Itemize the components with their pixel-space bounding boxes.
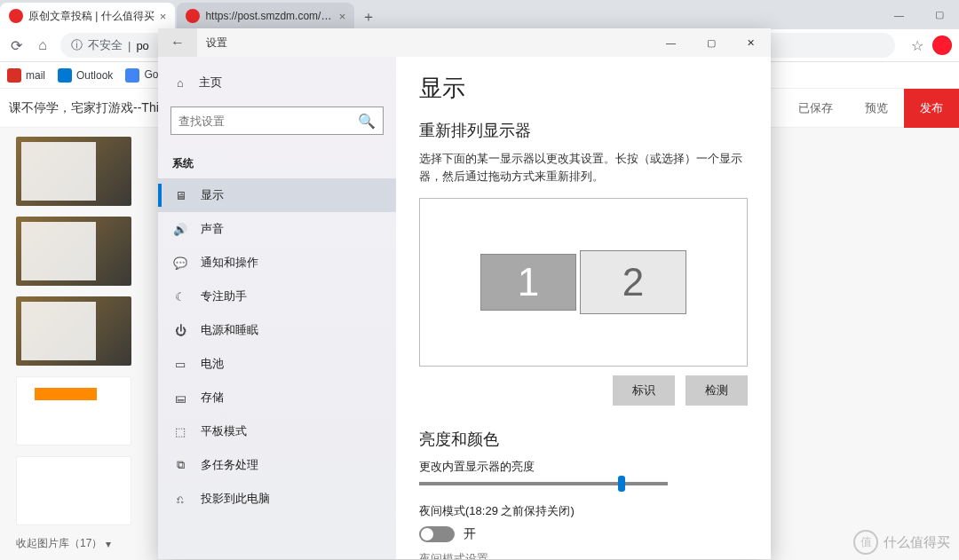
watermark: 值 什么值得买	[853, 530, 950, 555]
bookmark-item[interactable]: Outlook	[58, 68, 113, 83]
tab-favicon	[9, 9, 23, 23]
sidebar-item-label: 多任务处理	[201, 457, 258, 473]
sidebar-item-8[interactable]: ⧉多任务处理	[158, 448, 396, 482]
chevron-down-icon: ▾	[106, 538, 111, 550]
gallery-thumb[interactable]	[16, 217, 131, 286]
gallery-thumb[interactable]	[16, 456, 131, 525]
night-mode-settings-link[interactable]: 夜间模式设置	[419, 551, 748, 559]
new-tab-button[interactable]: ＋	[356, 4, 381, 29]
brightness-heading: 亮度和颜色	[419, 429, 748, 450]
browser-window-controls: — ▢	[879, 0, 959, 29]
preview-button[interactable]: 预览	[849, 89, 904, 128]
image-gallery: 收起图片库（17）▾	[0, 128, 155, 560]
search-icon: 🔍	[358, 113, 376, 130]
night-mode-label: 夜间模式(18:29 之前保持关闭)	[419, 503, 748, 519]
insecure-label: 不安全	[88, 37, 123, 53]
reload-icon[interactable]: ⟳	[7, 36, 25, 54]
sidebar-item-3[interactable]: ☾专注助手	[158, 280, 396, 313]
sidebar-item-label: 声音	[201, 221, 224, 237]
sidebar-item-label: 电源和睡眠	[201, 322, 258, 338]
tab-close-icon[interactable]: ×	[160, 10, 167, 23]
sidebar-item-2[interactable]: 💬通知和操作	[158, 246, 396, 280]
brightness-slider[interactable]	[419, 482, 668, 485]
rearrange-heading: 重新排列显示器	[419, 120, 748, 141]
gallery-toggle[interactable]: 收起图片库（17）▾	[16, 536, 139, 551]
sidebar-item-icon: ☾	[172, 290, 188, 304]
address-text: po	[136, 39, 148, 52]
bookmark-item[interactable]: mail	[7, 68, 45, 83]
sidebar-item-label: 电池	[201, 356, 224, 372]
back-button[interactable]: ←	[158, 28, 197, 57]
sidebar-item-icon: ⏻	[172, 324, 188, 337]
opera-icon[interactable]	[932, 35, 952, 55]
sidebar-item-6[interactable]: 🖴存储	[158, 381, 396, 414]
sidebar-item-label: 显示	[201, 187, 224, 203]
sidebar-home[interactable]: ⌂ 主页	[158, 67, 396, 98]
home-icon[interactable]: ⌂	[34, 36, 52, 54]
home-icon: ⌂	[172, 76, 188, 90]
identify-button[interactable]: 标识	[613, 375, 675, 406]
settings-window: ← 设置 — ▢ ✕ ⌂ 主页 🔍 系统 🖥显示🔊声音💬通知和操作☾专注助手⏻电…	[158, 28, 771, 559]
sidebar-item-icon: 💬	[172, 256, 188, 270]
tab-close-icon[interactable]: ×	[339, 10, 346, 23]
bookmark-label: mail	[26, 69, 45, 82]
sidebar-item-icon: 🔊	[172, 223, 188, 236]
publish-button[interactable]: 发布	[904, 89, 959, 128]
sidebar-item-label: 专注助手	[201, 288, 247, 304]
settings-search[interactable]: 🔍	[170, 106, 384, 135]
saved-status: 已保存	[782, 89, 849, 128]
monitor-2[interactable]: 2	[580, 250, 686, 314]
brightness-label: 更改内置显示器的亮度	[419, 459, 748, 475]
detect-button[interactable]: 检测	[686, 375, 748, 406]
sidebar-item-label: 通知和操作	[201, 255, 258, 271]
bookmark-favicon	[7, 68, 21, 83]
watermark-text: 什么值得买	[884, 534, 950, 551]
night-mode-toggle[interactable]	[419, 526, 455, 542]
settings-content: 显示 重新排列显示器 选择下面的某一显示器以更改其设置。长按（或选择）一个显示器…	[396, 57, 771, 559]
monitor-1[interactable]: 1	[480, 254, 576, 311]
monitor-arrangement[interactable]: 1 2	[419, 198, 748, 367]
browser-tab[interactable]: https://post.smzdm.com/deta ×	[177, 3, 354, 29]
settings-title: 设置	[206, 35, 651, 51]
sidebar-item-icon: ⬚	[172, 425, 188, 438]
gallery-thumb[interactable]	[16, 137, 131, 206]
tab-favicon	[186, 9, 200, 23]
sidebar-home-label: 主页	[199, 75, 222, 91]
sidebar-item-label: 投影到此电脑	[201, 491, 270, 507]
sidebar-section-label: 系统	[158, 144, 396, 178]
browser-maximize-icon[interactable]: ▢	[919, 0, 959, 29]
sidebar-item-9[interactable]: ⎌投影到此电脑	[158, 482, 396, 516]
close-icon[interactable]: ✕	[731, 28, 771, 57]
tab-title: 原创文章投稿 | 什么值得买	[28, 9, 155, 24]
sidebar-item-5[interactable]: ▭电池	[158, 347, 396, 381]
toggle-state-label: 开	[464, 526, 476, 542]
gallery-thumb[interactable]	[16, 296, 131, 366]
sidebar-item-icon: 🖥	[172, 189, 188, 202]
sidebar-item-icon: ⧉	[172, 458, 188, 472]
tab-title: https://post.smzdm.com/deta	[205, 10, 333, 22]
bookmark-star-icon[interactable]: ☆	[911, 37, 923, 54]
rearrange-description: 选择下面的某一显示器以更改其设置。长按（或选择）一个显示器，然后通过拖动方式来重…	[419, 150, 748, 185]
sidebar-item-icon: ⎌	[172, 493, 188, 506]
sidebar-item-icon: ▭	[172, 358, 188, 371]
sidebar-item-icon: 🖴	[172, 391, 188, 405]
settings-sidebar: ⌂ 主页 🔍 系统 🖥显示🔊声音💬通知和操作☾专注助手⏻电源和睡眠▭电池🖴存储⬚…	[158, 57, 396, 559]
info-icon: ⓘ	[71, 37, 83, 53]
settings-titlebar[interactable]: ← 设置 — ▢ ✕	[158, 28, 771, 57]
browser-minimize-icon[interactable]: —	[879, 0, 919, 29]
sidebar-item-0[interactable]: 🖥显示	[158, 178, 396, 212]
sidebar-item-7[interactable]: ⬚平板模式	[158, 414, 396, 448]
browser-tab[interactable]: 原创文章投稿 | 什么值得买 ×	[0, 3, 175, 29]
gallery-thumb[interactable]	[16, 376, 131, 446]
watermark-icon: 值	[853, 530, 878, 555]
bookmark-favicon	[125, 68, 139, 83]
sidebar-item-1[interactable]: 🔊声音	[158, 212, 396, 246]
search-input[interactable]	[178, 114, 358, 128]
minimize-icon[interactable]: —	[651, 28, 691, 57]
sidebar-item-label: 存储	[201, 390, 224, 406]
browser-tab-strip: 原创文章投稿 | 什么值得买 × https://post.smzdm.com/…	[0, 0, 959, 29]
sidebar-item-4[interactable]: ⏻电源和睡眠	[158, 313, 396, 347]
bookmark-label: Outlook	[76, 69, 113, 82]
maximize-icon[interactable]: ▢	[691, 28, 731, 57]
slider-thumb[interactable]	[618, 476, 625, 492]
